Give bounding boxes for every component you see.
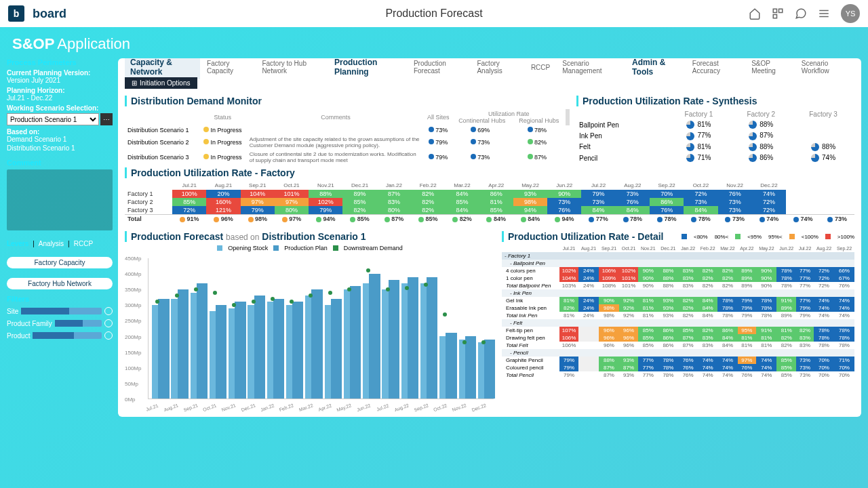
tab-production-planning[interactable]: Production Planning — [329, 58, 407, 79]
nav-tabs: Capacity & Network Factory Capacity Fact… — [125, 58, 854, 76]
svg-rect-2 — [773, 15, 776, 18]
perimeters-header: Process Perimeters — [7, 58, 113, 66]
menu-icon[interactable] — [818, 7, 830, 20]
tab-levers[interactable]: Levers — [7, 240, 28, 247]
app-title: S&OPApplication — [0, 27, 868, 53]
detail-title: Production Utilization Rate - Detail — [502, 231, 663, 242]
more-icon[interactable]: ⋯ — [100, 113, 113, 125]
panels-icon[interactable] — [772, 7, 784, 20]
avatar[interactable]: YS — [841, 4, 860, 23]
synth-title: Production Utilization Rate - Synthesis — [576, 96, 854, 106]
detail-table: Jul.21Aug.21Sep.21Oct.21Nov.21Dec.21Jan.… — [502, 245, 854, 379]
distrib-title: Distribution Demand Monitor — [125, 96, 570, 106]
product-filter[interactable] — [33, 332, 102, 339]
reload-icon[interactable] — [104, 331, 113, 340]
factory-capacity-button[interactable]: Factory Capacity — [7, 257, 113, 268]
comment-input[interactable] — [7, 169, 113, 230]
tab-analysis[interactable]: Analysis — [39, 240, 64, 247]
logo-icon: b — [8, 5, 24, 22]
tab-rccp[interactable]: RCCP — [526, 61, 555, 74]
forecast-title: Production Forecast based on Distributio… — [125, 231, 366, 242]
tab-factory-hub[interactable]: Factory to Hub Network — [256, 58, 328, 77]
reload-icon[interactable] — [104, 307, 113, 315]
home-icon[interactable] — [749, 7, 761, 20]
sidebar: Process Perimeters Current Planning Vers… — [7, 58, 113, 417]
initiation-options-button[interactable]: ⊞Initiation Options — [125, 77, 197, 89]
page-title: Production Forecast — [385, 7, 482, 20]
topbar: b board Production Forecast YS — [0, 0, 868, 27]
tab-rccp[interactable]: RCCP — [74, 240, 93, 247]
family-filter[interactable] — [55, 320, 102, 327]
tab-production-forecast[interactable]: Production Forecast — [408, 58, 471, 77]
factory-title: Production Utilization Rate - Factory — [125, 167, 854, 178]
forecast-chart: 450Mp400Mp350Mp300Mp250Mp200Mp150Mp100Mp… — [125, 254, 495, 410]
comment-header: Comment — [7, 159, 113, 167]
tab-sop-meeting[interactable]: S&OP Meeting — [746, 58, 795, 77]
chat-icon[interactable] — [795, 7, 807, 20]
forecast-legend: Opening Stock Production Plan Downstream… — [125, 245, 495, 251]
tab-factory-analysis[interactable]: Factory Analysis — [471, 58, 524, 77]
tab-scenario-workflow[interactable]: Scenario Workflow — [796, 58, 854, 77]
reload-icon[interactable] — [104, 319, 113, 327]
logo-text: board — [33, 7, 66, 21]
synth-table: Factory 1Factory 2Factory 3 Ballpoint Pe… — [576, 109, 854, 163]
filters-header: Filters — [7, 295, 113, 303]
main-content: Capacity & Network Factory Capacity Fact… — [118, 58, 861, 417]
site-filter[interactable] — [21, 308, 102, 314]
distrib-table: StatusCommentsAll SitesUtilization RateC… — [125, 109, 570, 165]
tab-scenario-mgmt[interactable]: Scenario Management — [557, 58, 625, 77]
tab-forecast-accuracy[interactable]: Forecast Accuracy — [687, 58, 745, 77]
svg-rect-1 — [779, 9, 783, 12]
svg-rect-0 — [773, 9, 776, 12]
tab-capacity-network[interactable]: Capacity & Network — [125, 58, 200, 79]
factory-table: Jul.21Aug.21Sep.21Oct.21Nov.21Dec.21Jan.… — [125, 181, 854, 223]
tab-factory-capacity[interactable]: Factory Capacity — [201, 58, 255, 77]
detail-legend: <80%80%<<95%95%<<100%>100% — [682, 234, 854, 240]
factory-hub-button[interactable]: Factory Hub Network — [7, 278, 113, 289]
tab-admin-tools[interactable]: Admin & Tools — [627, 58, 686, 79]
scenario-select[interactable]: Production Scenario 1 — [7, 113, 99, 125]
lever-tabs: Levers| Analysis| RCCP — [7, 240, 113, 247]
